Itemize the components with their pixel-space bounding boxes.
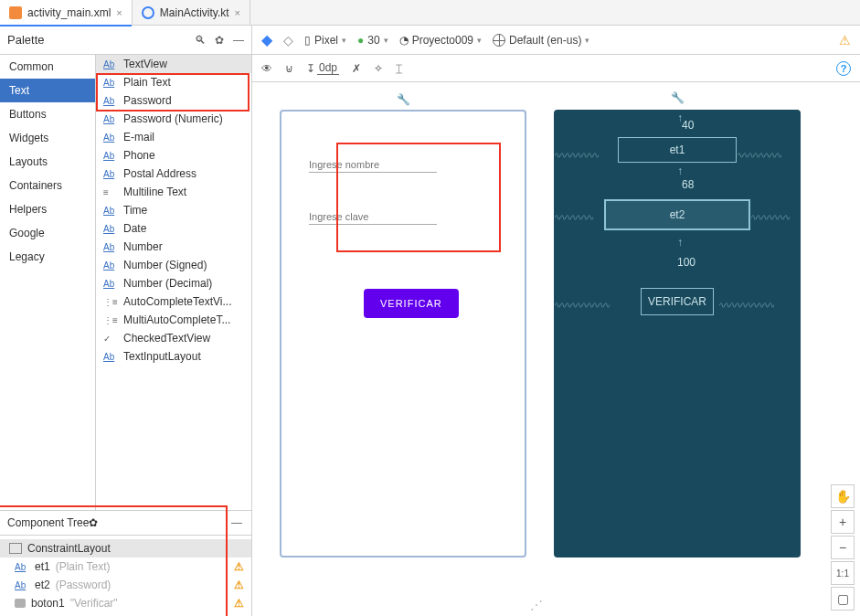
locale-picker[interactable]: Default (en-us) ▾ [493, 34, 589, 47]
zoom-out-icon[interactable]: − [831, 536, 855, 559]
resize-handle-icon[interactable]: ⋰ [530, 598, 543, 612]
device-picker[interactable]: ▯ Pixel ▾ [304, 34, 346, 47]
search-icon[interactable]: 🔍︎ [195, 34, 206, 47]
text-icon: Ab [103, 352, 118, 362]
palette-item-textinputlayout[interactable]: AbTextInputLayout [96, 347, 251, 366]
arrow-up-icon: ↑ [677, 236, 683, 249]
tab-activity-main[interactable]: activity_main.xml × [0, 0, 133, 26]
warning-icon[interactable]: ⚠ [234, 579, 244, 591]
text-icon: Ab [15, 562, 29, 572]
arrow-up-icon: ↑ [677, 112, 683, 124]
design-canvas[interactable]: 🔧 VERIFICAR 🔧 ∿∿∿∿∿∿∿∿ ∿∿∿∿∿∿∿∿ 40 ↑ et1… [252, 82, 860, 616]
constraint-spring-icon: ∿∿∿∿∿∿∿ [554, 212, 604, 222]
kotlin-file-icon [142, 6, 154, 19]
theme-picker[interactable]: ◔ Proyecto009 ▾ [399, 34, 482, 47]
wrench-icon[interactable]: 🔧 [671, 91, 685, 104]
bp-spacing-top: 40 [682, 119, 694, 132]
verify-button[interactable]: VERIFICAR [364, 289, 459, 318]
zoom-reset[interactable]: 1:1 [831, 561, 855, 585]
category-layouts[interactable]: Layouts [0, 150, 95, 174]
gear-icon[interactable]: ✿ [215, 34, 224, 47]
palette-item-email[interactable]: AbE-mail [96, 128, 251, 146]
check-icon: ✓ [103, 334, 118, 344]
palette-item-number-signed[interactable]: AbNumber (Signed) [96, 256, 251, 274]
gear-icon[interactable]: ✿ [89, 516, 98, 529]
category-google[interactable]: Google [0, 221, 95, 245]
multiline-icon: ≡ [103, 187, 118, 197]
input-et2[interactable] [309, 209, 437, 225]
palette-item-plain-text[interactable]: AbPlain Text [96, 73, 251, 91]
chevron-down-icon: ▾ [477, 36, 482, 45]
api-picker[interactable]: ● 30 ▾ [357, 34, 388, 47]
constraint-spring-icon: ∿∿∿∿∿∿∿∿ [737, 150, 801, 160]
collapse-icon[interactable]: — [233, 34, 244, 47]
palette-categories: Common Text Buttons Widgets Layouts Cont… [0, 55, 96, 510]
orientation-icon[interactable]: ◇ [283, 33, 293, 48]
design-surface-icon[interactable]: ◆ [261, 31, 272, 48]
category-containers[interactable]: Containers [0, 174, 95, 197]
default-margin[interactable]: ↧ 0dp [306, 61, 339, 75]
help-icon[interactable]: ? [836, 61, 851, 76]
component-tree-title: Component Tree [7, 516, 89, 529]
editor-tabs: activity_main.xml × MainActivity.kt × [0, 0, 860, 26]
chevron-down-icon: ▾ [342, 36, 346, 45]
text-icon: Ab [103, 96, 118, 106]
bp-box-verify[interactable]: VERIFICAR [641, 288, 714, 315]
palette-item-time[interactable]: AbTime [96, 201, 251, 219]
category-widgets[interactable]: Widgets [0, 126, 95, 150]
zoom-in-icon[interactable]: + [831, 510, 855, 534]
category-legacy[interactable]: Legacy [0, 245, 95, 269]
tab-label: activity_main.xml [27, 6, 111, 19]
text-icon: Ab [103, 78, 118, 88]
constraint-spring-icon: ∿∿∿∿∿∿∿∿∿∿ [718, 300, 801, 310]
wrench-icon[interactable]: 🔧 [397, 93, 410, 106]
warning-icon[interactable]: ⚠ [234, 560, 244, 573]
palette-item-password-numeric[interactable]: AbPassword (Numeric) [96, 110, 251, 128]
clear-constraints-icon[interactable]: ✗ [352, 62, 361, 75]
bp-box-et1[interactable]: et1 [618, 137, 737, 163]
pan-icon[interactable]: ✋ [831, 484, 855, 508]
tree-row-et1[interactable]: Ab et1 (Plain Text) ⚠ [0, 558, 251, 576]
blueprint-surface[interactable]: 🔧 ∿∿∿∿∿∿∿∿ ∿∿∿∿∿∿∿∿ 40 ↑ et1 68 ↑ ∿∿∿∿∿∿… [554, 110, 801, 558]
palette-item-date[interactable]: AbDate [96, 219, 251, 238]
text-icon: Ab [103, 279, 118, 289]
close-icon[interactable]: × [116, 7, 122, 18]
category-common[interactable]: Common [0, 55, 95, 79]
infer-constraints-icon[interactable]: ✧ [374, 62, 383, 75]
category-buttons[interactable]: Buttons [0, 102, 95, 126]
guidelines-icon[interactable]: ⌶ [396, 62, 402, 75]
design-surface[interactable]: 🔧 VERIFICAR [280, 110, 526, 558]
palette-item-checkedtext[interactable]: ✓CheckedTextView [96, 329, 251, 347]
bp-box-et2[interactable]: et2 [604, 199, 750, 230]
palette-item-autocomplete[interactable]: ⋮≡AutoCompleteTextVi... [96, 292, 251, 311]
view-options-icon[interactable]: 👁 [261, 62, 272, 75]
constraint-layout-icon [9, 543, 22, 554]
tree-row-et2[interactable]: Ab et2 (Password) ⚠ [0, 576, 251, 594]
palette-item-multiauto[interactable]: ⋮≡MultiAutoCompleteT... [96, 311, 251, 329]
magnet-icon[interactable]: ⊍ [285, 62, 293, 75]
collapse-icon[interactable]: — [229, 516, 244, 529]
tree-row-boton1[interactable]: boton1 "Verificar" ⚠ [0, 594, 251, 612]
palette-item-phone[interactable]: AbPhone [96, 146, 251, 165]
palette-item-postal[interactable]: AbPostal Address [96, 165, 251, 183]
input-et1[interactable] [309, 157, 437, 173]
constraint-spring-icon: ∿∿∿∿∿∿∿∿∿∿ [554, 300, 636, 310]
palette-item-number-decimal[interactable]: AbNumber (Decimal) [96, 274, 251, 292]
warning-icon[interactable]: ⚠ [234, 597, 244, 610]
warning-icon[interactable]: ⚠ [839, 33, 851, 48]
component-tree: ConstraintLayout Ab et1 (Plain Text) ⚠ A… [0, 536, 251, 616]
tab-label: MainActivity.kt [160, 6, 229, 19]
palette-item-multiline[interactable]: ≡Multiline Text [96, 183, 251, 201]
android-icon: ● [357, 34, 364, 47]
category-text[interactable]: Text [0, 79, 95, 102]
close-icon[interactable]: × [235, 7, 240, 18]
text-icon: Ab [103, 224, 118, 234]
zoom-fit-icon[interactable]: ▢ [831, 587, 855, 611]
tree-root[interactable]: ConstraintLayout [0, 539, 251, 558]
palette-item-password[interactable]: AbPassword [96, 91, 251, 110]
text-icon: Ab [103, 133, 118, 143]
tab-mainactivity[interactable]: MainActivity.kt × [133, 0, 250, 26]
palette-item-textview[interactable]: AbTextView [96, 55, 251, 73]
palette-item-number[interactable]: AbNumber [96, 238, 251, 256]
category-helpers[interactable]: Helpers [0, 197, 95, 221]
